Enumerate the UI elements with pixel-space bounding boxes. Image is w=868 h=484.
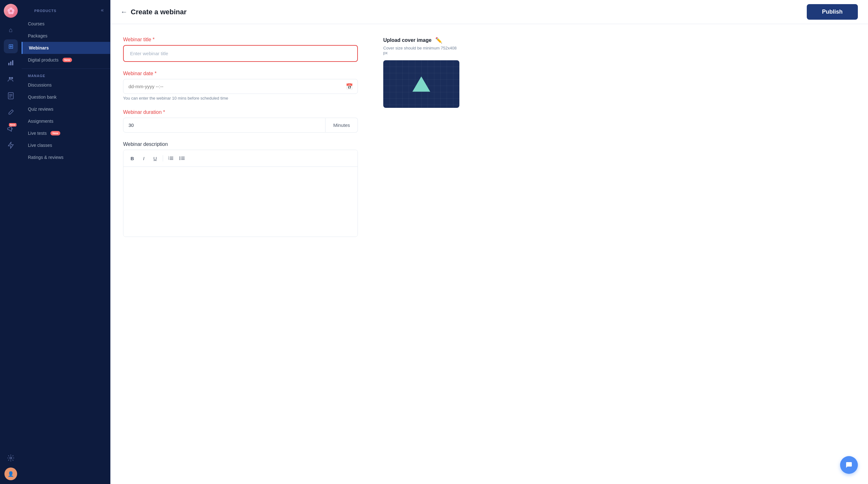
main-area: ← Create a webinar Publish Webinar title…: [111, 0, 868, 484]
svg-rect-2: [12, 60, 13, 65]
calendar-icon[interactable]: 📅: [346, 83, 353, 90]
digital-products-label: Digital products: [28, 57, 59, 63]
webinar-title-label: Webinar title *: [123, 37, 358, 42]
right-panel: Upload cover image ✏️ Cover size should …: [371, 37, 472, 471]
back-arrow-icon: ←: [121, 8, 127, 16]
date-required-mark: *: [155, 71, 156, 76]
form-section: Webinar title * Webinar date * 📅 You can…: [111, 37, 371, 471]
sidebar-item-assignments[interactable]: Assignments: [22, 115, 110, 127]
megaphone-new-badge: New: [9, 123, 17, 127]
svg-point-9: [10, 457, 12, 459]
sidebar-item-digital-products[interactable]: Digital products New: [22, 54, 110, 66]
back-button[interactable]: ← Create a webinar: [121, 8, 187, 16]
edit-cover-icon[interactable]: ✏️: [435, 37, 442, 44]
play-triangle-icon: [412, 76, 430, 92]
svg-point-3: [9, 77, 11, 79]
content-area: Webinar title * Webinar date * 📅 You can…: [111, 24, 868, 484]
sidebar-icon-people[interactable]: [4, 72, 18, 86]
webinar-duration-input[interactable]: [123, 118, 326, 133]
logo-icon: 🌸: [7, 7, 15, 14]
sidebar-item-packages[interactable]: Packages: [22, 30, 110, 42]
sidebar-item-webinars[interactable]: Webinars: [22, 42, 110, 54]
duration-required-mark: *: [163, 109, 165, 115]
upload-title-wrap: Upload cover image ✏️: [383, 37, 459, 44]
chat-bubble[interactable]: [840, 456, 858, 474]
svg-point-4: [11, 77, 13, 79]
live-tests-badge: New: [51, 131, 60, 135]
webinar-duration-group: Webinar duration * Minutes: [123, 109, 358, 133]
webinar-title-input[interactable]: [123, 45, 358, 62]
webinar-date-group: Webinar date * 📅 You can enter the webin…: [123, 71, 358, 101]
sidebar-item-courses[interactable]: Courses: [22, 18, 110, 30]
description-editor-body[interactable]: [123, 167, 358, 236]
svg-text:3: 3: [168, 158, 169, 160]
toolbar-separator: [163, 155, 163, 161]
products-section-label: PRODUCTS: [28, 6, 63, 14]
assignments-label: Assignments: [28, 119, 53, 124]
cover-preview[interactable]: [383, 60, 459, 108]
upload-cover-title: Upload cover image: [383, 37, 431, 43]
unordered-list-button[interactable]: [177, 153, 187, 163]
title-required-mark: *: [153, 37, 155, 42]
sidebar-header: PRODUCTS «: [22, 0, 110, 18]
webinar-description-group: Webinar description B I U 123: [123, 141, 358, 237]
webinars-label: Webinars: [29, 45, 49, 51]
publish-button[interactable]: Publish: [807, 4, 858, 20]
icon-sidebar: 🌸 ⌂ ⊞ New 👤: [0, 0, 22, 484]
upload-hint: Cover size should be minimum 752x408 px: [383, 46, 459, 55]
svg-point-19: [180, 157, 181, 158]
webinar-description-label: Webinar description: [123, 141, 358, 147]
sidebar-item-live-tests[interactable]: Live tests New: [22, 127, 110, 139]
description-editor: B I U 123: [123, 150, 358, 237]
discussions-label: Discussions: [28, 83, 52, 88]
collapse-button[interactable]: «: [101, 7, 104, 13]
sidebar-item-question-bank[interactable]: Question bank: [22, 91, 110, 103]
sidebar-icon-document[interactable]: [4, 89, 18, 103]
question-bank-label: Question bank: [28, 95, 57, 100]
user-avatar[interactable]: 👤: [4, 467, 17, 480]
quiz-reviews-label: Quiz reviews: [28, 106, 53, 111]
sidebar-item-quiz-reviews[interactable]: Quiz reviews: [22, 103, 110, 115]
date-hint: You can enter the webinar 10 mins before…: [123, 96, 358, 101]
svg-rect-1: [10, 62, 11, 65]
ordered-list-button[interactable]: 123: [165, 153, 176, 163]
svg-point-20: [180, 158, 181, 159]
sidebar-item-ratings-reviews[interactable]: Ratings & reviews: [22, 151, 110, 163]
date-input-wrap: 📅: [123, 79, 358, 94]
sidebar-icon-settings[interactable]: [4, 451, 18, 465]
sidebar-icon-home[interactable]: ⌂: [4, 23, 18, 37]
webinar-date-input[interactable]: [123, 79, 358, 94]
webinar-title-group: Webinar title *: [123, 37, 358, 62]
app-logo[interactable]: 🌸: [4, 4, 18, 18]
sidebar-icon-bolt[interactable]: [4, 138, 18, 152]
svg-rect-0: [8, 63, 9, 65]
sidebar-divider: [22, 68, 110, 69]
bold-button[interactable]: B: [127, 153, 137, 163]
live-classes-label: Live classes: [28, 143, 52, 148]
sidebar-item-live-classes[interactable]: Live classes: [22, 139, 110, 151]
svg-point-21: [180, 159, 181, 160]
live-tests-label: Live tests: [28, 131, 46, 136]
webinar-date-label: Webinar date *: [123, 71, 358, 76]
page-title: Create a webinar: [131, 8, 187, 16]
editor-toolbar: B I U 123: [123, 150, 358, 167]
duration-input-wrap: Minutes: [123, 118, 358, 133]
webinar-duration-label: Webinar duration *: [123, 109, 358, 115]
duration-unit-label: Minutes: [326, 118, 358, 133]
packages-label: Packages: [28, 33, 47, 38]
underline-button[interactable]: U: [150, 153, 160, 163]
sidebar-icon-products[interactable]: ⊞: [4, 39, 18, 53]
manage-section-label: MANAGE: [22, 71, 110, 79]
courses-label: Courses: [28, 21, 44, 26]
ratings-reviews-label: Ratings & reviews: [28, 155, 63, 160]
top-bar: ← Create a webinar Publish: [111, 0, 868, 24]
sidebar-item-discussions[interactable]: Discussions: [22, 79, 110, 91]
sidebar-icon-megaphone[interactable]: New: [4, 122, 18, 136]
sidebar-icon-chart[interactable]: [4, 56, 18, 70]
italic-button[interactable]: I: [138, 153, 149, 163]
sidebar-icon-pen[interactable]: [4, 105, 18, 119]
nav-sidebar: PRODUCTS « Courses Packages Webinars Dig…: [22, 0, 111, 484]
digital-products-badge: New: [62, 58, 72, 62]
upload-section: Upload cover image ✏️ Cover size should …: [383, 37, 459, 108]
